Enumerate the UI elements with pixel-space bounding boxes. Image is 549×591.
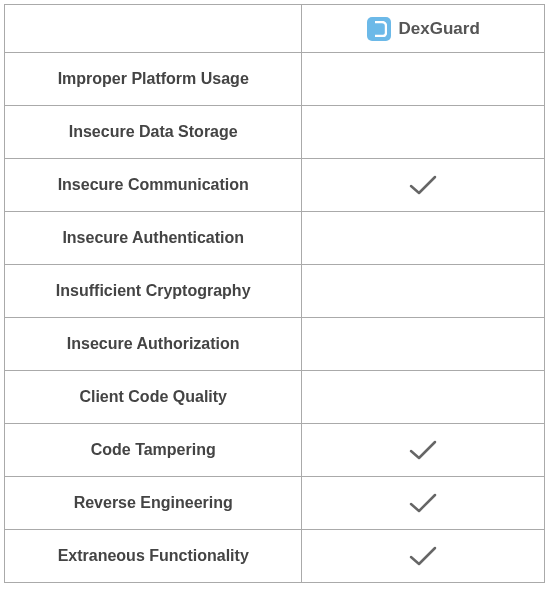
check-cell xyxy=(302,106,545,159)
check-icon xyxy=(408,173,438,197)
row-label: Insecure Communication xyxy=(5,159,302,212)
header-empty-cell xyxy=(5,5,302,53)
row-label: Code Tampering xyxy=(5,424,302,477)
row-label: Extraneous Functionality xyxy=(5,530,302,583)
header-product-cell: DexGuard xyxy=(302,5,545,53)
table-body: Improper Platform Usage Insecure Data St… xyxy=(5,53,545,583)
table-row: Extraneous Functionality xyxy=(5,530,545,583)
row-label: Insecure Data Storage xyxy=(5,106,302,159)
table-row: Insecure Data Storage xyxy=(5,106,545,159)
table-row: Improper Platform Usage xyxy=(5,53,545,106)
check-cell xyxy=(302,265,545,318)
table-row: Reverse Engineering xyxy=(5,477,545,530)
row-label: Insecure Authorization xyxy=(5,318,302,371)
check-cell xyxy=(302,530,545,583)
table-row: Insecure Authentication xyxy=(5,212,545,265)
check-cell xyxy=(302,318,545,371)
check-cell xyxy=(302,371,545,424)
row-label: Insecure Authentication xyxy=(5,212,302,265)
table-row: Insecure Communication xyxy=(5,159,545,212)
table-row: Insecure Authorization xyxy=(5,318,545,371)
check-icon xyxy=(408,438,438,462)
product-name: DexGuard xyxy=(399,19,480,39)
table-header-row: DexGuard xyxy=(5,5,545,53)
table-row: Code Tampering xyxy=(5,424,545,477)
check-icon xyxy=(408,544,438,568)
check-cell xyxy=(302,424,545,477)
row-label: Insufficient Cryptography xyxy=(5,265,302,318)
row-label: Improper Platform Usage xyxy=(5,53,302,106)
check-cell xyxy=(302,477,545,530)
table-row: Client Code Quality xyxy=(5,371,545,424)
row-label: Reverse Engineering xyxy=(5,477,302,530)
table-row: Insufficient Cryptography xyxy=(5,265,545,318)
check-cell xyxy=(302,53,545,106)
row-label: Client Code Quality xyxy=(5,371,302,424)
dexguard-logo-icon xyxy=(367,17,391,41)
check-icon xyxy=(408,491,438,515)
check-cell xyxy=(302,159,545,212)
check-cell xyxy=(302,212,545,265)
comparison-table: DexGuard Improper Platform Usage Insecur… xyxy=(4,4,545,583)
